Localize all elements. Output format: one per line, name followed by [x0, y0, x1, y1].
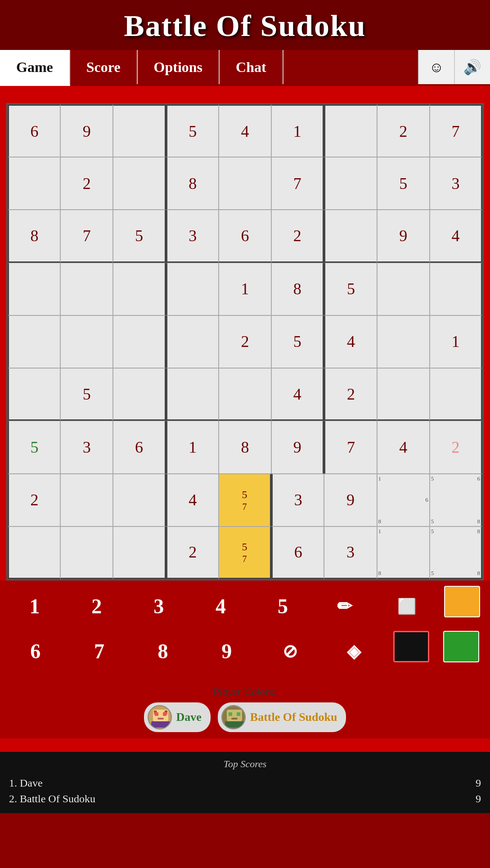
- numpad-1[interactable]: 1: [10, 586, 59, 626]
- cell-5-2[interactable]: [113, 368, 166, 421]
- cell-4-6[interactable]: 4: [324, 315, 377, 368]
- cell-4-4[interactable]: 2: [219, 315, 271, 368]
- cell-5-5[interactable]: 4: [271, 368, 324, 421]
- cell-1-5[interactable]: 7: [271, 157, 324, 210]
- cell-2-0[interactable]: 8: [8, 210, 60, 262]
- numpad-2[interactable]: 2: [72, 586, 121, 626]
- color-orange-button[interactable]: [444, 586, 480, 617]
- cell-8-6[interactable]: 3: [324, 526, 377, 579]
- cell-8-4[interactable]: 5 7: [219, 526, 271, 579]
- cell-4-3[interactable]: [166, 315, 219, 368]
- cell-8-0[interactable]: [8, 526, 60, 579]
- cell-8-7[interactable]: 1 8: [377, 526, 430, 579]
- cell-7-6[interactable]: 9: [324, 474, 377, 526]
- cell-3-7[interactable]: [377, 263, 430, 315]
- cell-7-2[interactable]: [113, 474, 166, 526]
- cell-3-2[interactable]: [113, 263, 166, 315]
- cell-4-7[interactable]: [377, 315, 430, 368]
- numpad-6[interactable]: 6: [11, 631, 60, 671]
- cell-2-5[interactable]: 2: [271, 210, 324, 262]
- erase-button[interactable]: ⬜: [382, 586, 432, 626]
- cell-0-2[interactable]: [113, 104, 166, 157]
- cell-8-8[interactable]: 58 58: [430, 526, 482, 579]
- cell-0-5[interactable]: 1: [271, 104, 324, 157]
- cell-0-6[interactable]: [324, 104, 377, 157]
- cell-1-0[interactable]: [8, 157, 60, 210]
- cell-7-5[interactable]: 3: [271, 474, 324, 526]
- cell-5-0[interactable]: [8, 368, 60, 421]
- numpad-4[interactable]: 4: [196, 586, 246, 626]
- cell-3-0[interactable]: [8, 263, 60, 315]
- cell-1-6[interactable]: [324, 157, 377, 210]
- cell-2-1[interactable]: 7: [60, 210, 113, 262]
- cell-7-7[interactable]: 1 6 8: [377, 474, 430, 526]
- cell-2-4[interactable]: 6: [219, 210, 271, 262]
- cell-5-7[interactable]: [377, 368, 430, 421]
- cell-6-7[interactable]: 4: [377, 421, 430, 473]
- tab-game[interactable]: Game: [0, 50, 70, 86]
- cell-3-5[interactable]: 8: [271, 263, 324, 315]
- cell-3-1[interactable]: [60, 263, 113, 315]
- color-black-button[interactable]: [393, 631, 429, 662]
- cell-6-2[interactable]: 6: [113, 421, 166, 473]
- cell-6-3[interactable]: 1: [166, 421, 219, 473]
- cell-1-3[interactable]: 8: [166, 157, 219, 210]
- numpad-3[interactable]: 3: [134, 586, 184, 626]
- cell-3-3[interactable]: [166, 263, 219, 315]
- color-green-button[interactable]: [443, 631, 479, 662]
- cell-6-0[interactable]: 5: [8, 421, 60, 473]
- cell-3-8[interactable]: [430, 263, 482, 315]
- cell-7-4[interactable]: 5 7: [219, 474, 271, 526]
- numpad-9[interactable]: 9: [202, 631, 252, 671]
- numpad-8[interactable]: 8: [138, 631, 188, 671]
- no-entry-button[interactable]: ⊘: [265, 631, 315, 671]
- cell-4-1[interactable]: [60, 315, 113, 368]
- cell-4-0[interactable]: [8, 315, 60, 368]
- cell-1-4[interactable]: [219, 157, 271, 210]
- cell-5-6[interactable]: 2: [324, 368, 377, 421]
- cell-8-3[interactable]: 2: [166, 526, 219, 579]
- cell-0-7[interactable]: 2: [377, 104, 430, 157]
- numpad-7[interactable]: 7: [74, 631, 124, 671]
- cell-7-1[interactable]: [60, 474, 113, 526]
- cell-8-2[interactable]: [113, 526, 166, 579]
- tab-score[interactable]: Score: [70, 50, 138, 84]
- cell-5-4[interactable]: [219, 368, 271, 421]
- numpad-5[interactable]: 5: [258, 586, 307, 626]
- cell-4-8[interactable]: 1: [430, 315, 482, 368]
- cell-7-0[interactable]: 2: [8, 474, 60, 526]
- cell-3-4[interactable]: 1: [219, 263, 271, 315]
- pencil-button[interactable]: ✏: [320, 586, 369, 626]
- cell-1-1[interactable]: 2: [60, 157, 113, 210]
- tab-chat[interactable]: Chat: [220, 50, 283, 84]
- cell-8-1[interactable]: [60, 526, 113, 579]
- cell-6-1[interactable]: 3: [60, 421, 113, 473]
- cell-2-6[interactable]: [324, 210, 377, 262]
- cell-0-4[interactable]: 4: [219, 104, 271, 157]
- fill-button[interactable]: ◈: [329, 631, 379, 671]
- cell-4-2[interactable]: [113, 315, 166, 368]
- cell-5-3[interactable]: [166, 368, 219, 421]
- emoji-button[interactable]: ☺: [418, 50, 454, 84]
- cell-3-6[interactable]: 5: [324, 263, 377, 315]
- cell-2-2[interactable]: 5: [113, 210, 166, 262]
- cell-2-8[interactable]: 4: [430, 210, 482, 262]
- cell-6-8[interactable]: 2: [430, 421, 482, 473]
- cell-7-3[interactable]: 4: [166, 474, 219, 526]
- cell-4-5[interactable]: 5: [271, 315, 324, 368]
- cell-5-1[interactable]: 5: [60, 368, 113, 421]
- sudoku-grid[interactable]: 6 9 5 4 1 2 7 2 8 7 5 3 8 7 5 3 6 2 9 4 …: [6, 103, 484, 580]
- cell-7-8[interactable]: 56 58: [430, 474, 482, 526]
- cell-5-8[interactable]: [430, 368, 482, 421]
- cell-2-7[interactable]: 9: [377, 210, 430, 262]
- cell-1-8[interactable]: 3: [430, 157, 482, 210]
- cell-0-0[interactable]: 6: [8, 104, 60, 157]
- cell-0-1[interactable]: 9: [60, 104, 113, 157]
- tab-options[interactable]: Options: [138, 50, 220, 84]
- cell-0-8[interactable]: 7: [430, 104, 482, 157]
- cell-1-2[interactable]: [113, 157, 166, 210]
- sound-button[interactable]: 🔊: [454, 50, 490, 84]
- cell-2-3[interactable]: 3: [166, 210, 219, 262]
- cell-6-5[interactable]: 9: [271, 421, 324, 473]
- cell-6-6[interactable]: 7: [324, 421, 377, 473]
